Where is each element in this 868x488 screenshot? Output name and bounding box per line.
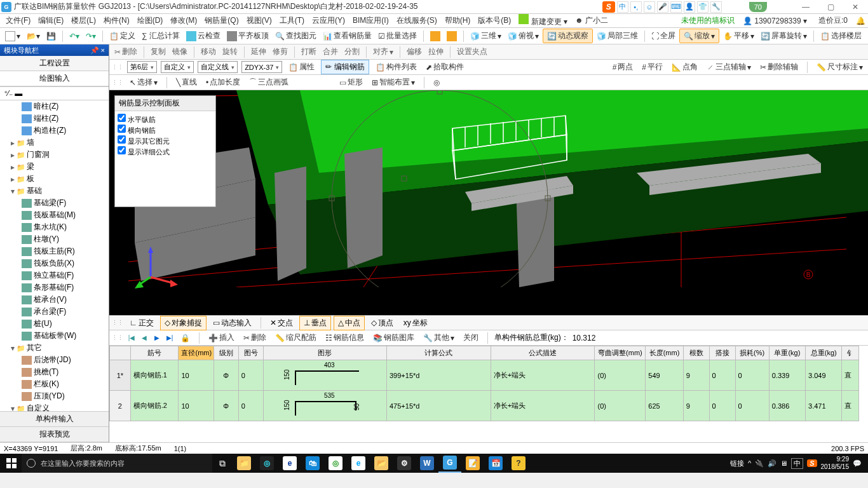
menu-steel[interactable]: 钢筋量(Q)	[201, 14, 241, 27]
find-img-btn[interactable]: 🔍 查找图元	[273, 29, 319, 43]
menu-member[interactable]: 构件(N)	[100, 14, 133, 27]
app-word[interactable]: W	[416, 454, 438, 473]
col-tw[interactable]: 总重(kg)	[806, 346, 842, 360]
col-dia[interactable]: 直径(mm)	[179, 346, 214, 360]
ime-voice[interactable]: 🎤	[657, 1, 668, 13]
steel-grid[interactable]: 筋号 直径(mm) 级别 图号 图形 计算公式 公式描述 弯曲调整(mm) 长度…	[109, 346, 868, 442]
btn-report-preview[interactable]: 报表预览	[0, 427, 109, 442]
pick-btn[interactable]: ⬈ 拾取构件	[423, 60, 466, 74]
rect-btn[interactable]: ▭ 矩形	[337, 76, 365, 89]
menu-cloud[interactable]: 云应用(Y)	[309, 14, 348, 27]
prev-btn[interactable]: ◀	[140, 334, 149, 342]
app-store[interactable]: 🛍	[301, 454, 324, 473]
cloud-check-btn[interactable]: 云检查	[184, 29, 223, 43]
line-btn[interactable]: ╲ 直线	[173, 76, 200, 89]
col-grade[interactable]: 级别	[214, 346, 238, 360]
expand-icon[interactable]: ⁺⁄₋	[4, 89, 13, 98]
app-edge[interactable]: e	[278, 454, 301, 473]
copy-btn[interactable]: 复制	[148, 45, 168, 58]
arc3-btn[interactable]: ⌒ 三点画弧	[247, 76, 291, 89]
ime-emoji[interactable]: ☺	[644, 1, 655, 13]
view-steel-btn[interactable]: 📊 查看钢筋量	[320, 29, 374, 43]
extend-btn[interactable]: 延伸	[248, 45, 269, 58]
btn-member-input[interactable]: 单构件输入	[0, 412, 109, 427]
tray-power[interactable]: 🔌	[755, 459, 764, 468]
mirror-btn[interactable]: 镜像	[170, 45, 190, 58]
edit-steel-btn[interactable]: ✏ 编辑钢筋	[321, 60, 369, 74]
steel-display-panel[interactable]: 钢筋显示控制面板 水平纵筋 横向钢筋 显示其它图元 显示详细公式	[114, 95, 216, 207]
lib-btn[interactable]: 📚 钢筋图库	[370, 331, 417, 344]
insert-row-btn[interactable]: ➕ 插入	[206, 331, 237, 344]
icon-btn-a[interactable]	[428, 30, 443, 43]
icon-btn-b[interactable]	[444, 30, 459, 43]
customline-combo[interactable]: 自定义线	[198, 61, 238, 73]
col-cnt[interactable]: 根数	[683, 346, 709, 360]
member-tree[interactable]: 暗柱(Z) 端柱(Z) 构造柱(Z) ▸墙 ▸门窗洞 ▸梁 ▸板 ▾基础 基础梁…	[0, 100, 109, 411]
top-btn[interactable]: ◇ 顶点	[367, 316, 397, 330]
menu-help[interactable]: 帮助(H)	[442, 14, 474, 27]
info-btn[interactable]: ☷ 钢筋信息	[323, 331, 367, 344]
menu-online[interactable]: 在线服务(S)	[393, 14, 440, 27]
tab-draw-input[interactable]: 绘图输入	[0, 71, 109, 86]
local3d-btn[interactable]: 🧊 局部三维	[594, 29, 641, 43]
app-help[interactable]: ?	[507, 454, 530, 473]
opt-h[interactable]: 水平纵筋	[118, 114, 213, 125]
app-browser1[interactable]: ◎	[255, 454, 278, 473]
app-calendar[interactable]: 📅	[484, 454, 507, 473]
fullscreen-btn[interactable]: ⛶ 全屏	[649, 29, 678, 43]
green-badge[interactable]: 70	[749, 2, 767, 12]
trim-btn[interactable]: 修剪	[270, 45, 290, 58]
col-bend[interactable]: 弯曲调整(mm)	[595, 346, 646, 360]
opt-v[interactable]: 横向钢筋	[118, 125, 213, 135]
3d-btn[interactable]: 🧊 三维▾	[468, 29, 504, 43]
screenrot-btn[interactable]: 🔄 屏幕旋转▾	[758, 29, 810, 43]
app-360[interactable]: ◎	[324, 454, 347, 473]
open-btn[interactable]: 📂▾	[24, 30, 43, 42]
twopoint-btn[interactable]: # 两点	[610, 60, 636, 74]
collapse-icon[interactable]: ▬	[15, 89, 22, 98]
scale-btn[interactable]: 📏 缩尺配筋	[273, 331, 319, 344]
menu-file[interactable]: 文件(F)	[3, 14, 34, 27]
menu-draw[interactable]: 绘图(D)	[134, 14, 166, 27]
custom-combo[interactable]: 自定义	[161, 61, 194, 73]
app-note[interactable]: 📝	[461, 454, 484, 473]
col-calc[interactable]: 计算公式	[386, 346, 491, 360]
define-btn[interactable]: 📋 定义	[107, 29, 138, 43]
snap-btn[interactable]: ◇ 对象捕捉	[160, 316, 207, 330]
pan-btn[interactable]: ✋ 平移▾	[721, 29, 757, 43]
mid-btn[interactable]: △ 中点	[334, 316, 365, 330]
zoom-btn[interactable]: 🔍 缩放▾	[679, 29, 719, 43]
tray-link[interactable]: 链接	[730, 459, 744, 468]
col-lap[interactable]: 搭接	[709, 346, 735, 360]
ime-tool[interactable]: 🔧	[710, 1, 722, 13]
ime-kbd[interactable]: ⌨	[670, 1, 682, 13]
col-idx[interactable]	[110, 346, 131, 360]
threeaxis-btn[interactable]: ⟋ 三点辅轴▾	[704, 60, 754, 74]
close-panel-btn[interactable]: 关闭	[461, 331, 481, 344]
align-btn[interactable]: 对齐▾	[370, 45, 396, 58]
col-t[interactable]: 钅	[842, 346, 859, 360]
window-minimize[interactable]: —	[794, 1, 817, 13]
split-btn[interactable]: 分割	[342, 45, 362, 58]
col-loss[interactable]: 损耗(%)	[735, 346, 769, 360]
code-combo[interactable]: ZDYX-37	[241, 61, 282, 73]
viewport-3d[interactable]: 4 B	[109, 90, 868, 315]
col-desc[interactable]: 公式描述	[491, 346, 595, 360]
save-btn[interactable]: 💾	[44, 30, 58, 42]
batch-btn[interactable]: ☑ 批量选择	[376, 29, 419, 43]
phone-link[interactable]: 👤 13907298339 ▾	[740, 15, 810, 27]
misc-btn[interactable]: ◎	[431, 77, 442, 88]
tab-project-settings[interactable]: 工程设置	[0, 56, 109, 71]
ime-sogou[interactable]: S	[602, 1, 615, 13]
app-ie[interactable]: e	[347, 454, 370, 473]
new-change[interactable]: 新建变更 ▾	[515, 13, 571, 29]
dim-btn[interactable]: 📏 尺寸标注▾	[814, 60, 865, 74]
selfloor-btn[interactable]: 📋 选择楼层	[818, 29, 864, 43]
tray-ime[interactable]: 中	[791, 458, 803, 469]
ime-zh[interactable]: 中	[617, 1, 628, 13]
tray-clock[interactable]: 9:292018/5/15	[821, 456, 850, 471]
opt-detail[interactable]: 显示详细公式	[118, 146, 213, 157]
cross-btn[interactable]: ✕ 交点	[266, 316, 297, 330]
menu-tool[interactable]: 工具(T)	[276, 14, 308, 27]
perp-btn[interactable]: ⊥ 垂点	[299, 316, 331, 330]
